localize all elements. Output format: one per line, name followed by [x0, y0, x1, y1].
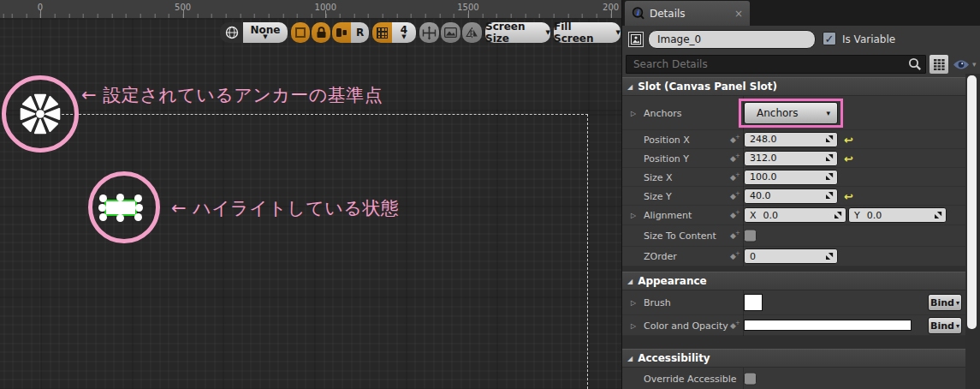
resize-handle-sw[interactable]: [99, 213, 107, 221]
preview-background-button[interactable]: [441, 22, 460, 43]
ruler-label: 200: [603, 3, 619, 12]
designer-canvas[interactable]: 050010001500200 None▼: [0, 0, 621, 389]
grid-snap-size-dropdown[interactable]: 4▼: [392, 22, 416, 43]
value-drag-icon[interactable]: [826, 154, 834, 162]
color-opacity-bar[interactable]: [744, 320, 912, 331]
override-accessible-label: Override Accessible Defa: [644, 373, 739, 384]
alignment-y-field[interactable]: Y 0.0: [848, 207, 947, 223]
resize-handle-s[interactable]: [116, 214, 124, 222]
brush-color-swatch[interactable]: [744, 294, 763, 311]
alignment-x-field[interactable]: X 0.0: [744, 207, 846, 223]
keyframe-icon[interactable]: ◆+: [730, 173, 741, 182]
highlight-annotation: ← ハイライトしている状態: [171, 196, 399, 220]
fill-screen-dropdown[interactable]: Fill Screen ▼: [554, 22, 621, 43]
anchor-medallion[interactable]: [17, 91, 63, 137]
r-toggle-button[interactable]: R: [351, 22, 369, 43]
keyframe-icon[interactable]: ◆+: [730, 192, 741, 200]
expander-icon[interactable]: ▷: [631, 212, 636, 219]
bind-label: Bind: [930, 297, 954, 308]
ruler-label: 1000: [315, 3, 336, 12]
section-header-appearance[interactable]: ◢ Appearance: [622, 272, 966, 290]
details-scrollbar[interactable]: [965, 74, 980, 389]
expander-icon[interactable]: ▷: [631, 110, 636, 117]
check-icon: ✓: [825, 33, 834, 45]
size-x-value: 100.0: [750, 171, 826, 183]
object-name-input[interactable]: [648, 30, 816, 49]
reset-to-default-button[interactable]: ↩: [844, 133, 853, 146]
is-variable-checkbox[interactable]: ✓: [823, 32, 836, 45]
ruler-label: 1500: [457, 3, 478, 12]
close-icon[interactable]: ×: [734, 8, 743, 20]
eye-icon: [953, 59, 970, 70]
resize-handle-ne[interactable]: [134, 194, 142, 202]
zorder-value: 0: [750, 251, 826, 262]
value-drag-icon[interactable]: [826, 253, 834, 260]
keyframe-icon[interactable]: ◆+: [730, 135, 741, 144]
value-drag-icon[interactable]: [826, 135, 834, 143]
lock-widgets-button[interactable]: [312, 22, 330, 43]
flip-preview-button[interactable]: [462, 22, 482, 43]
position-x-field[interactable]: 248.0: [744, 132, 838, 147]
details-info-icon: i: [632, 7, 644, 20]
chevron-down-icon: ▾: [972, 60, 977, 69]
design-area-outline: [40, 114, 588, 389]
value-drag-icon[interactable]: [834, 212, 842, 219]
scrollbar-thumb[interactable]: [967, 75, 977, 329]
size-to-content-checkbox[interactable]: [744, 230, 757, 242]
override-accessible-checkbox[interactable]: [744, 372, 757, 385]
size-x-field[interactable]: 100.0: [744, 170, 838, 185]
brush-bind-button[interactable]: Bind ▾: [928, 294, 962, 311]
property-matrix-button[interactable]: [930, 55, 948, 74]
value-drag-icon[interactable]: [826, 192, 834, 200]
view-options-button[interactable]: ▾: [953, 57, 978, 72]
keyframe-icon[interactable]: ◆+: [730, 231, 741, 240]
position-y-value: 312.0: [750, 153, 826, 164]
chevron-down-icon: ▼: [263, 35, 267, 39]
keyframe-icon[interactable]: ◆+: [730, 154, 741, 163]
resize-handle-n[interactable]: [116, 194, 124, 201]
color-bind-button[interactable]: Bind ▾: [928, 317, 962, 334]
resize-handle-e[interactable]: [135, 204, 143, 212]
search-details-input[interactable]: [626, 55, 926, 74]
resize-handle-nw[interactable]: [99, 194, 107, 202]
section-header-slot[interactable]: ◢ Slot (Canvas Panel Slot): [622, 77, 966, 96]
resize-handle-se[interactable]: [134, 213, 142, 221]
reset-to-default-button[interactable]: ↩: [844, 152, 853, 165]
screen-size-dropdown[interactable]: Screen Size ▼: [485, 22, 550, 43]
localization-dropdown[interactable]: None▼: [243, 22, 288, 43]
keyframe-icon[interactable]: ◆+: [730, 252, 741, 260]
designer-toolbar: None▼ R: [220, 22, 621, 43]
position-x-label: Position X: [644, 134, 690, 145]
expander-icon[interactable]: ▷: [631, 321, 636, 329]
transform-mode-button[interactable]: [419, 22, 439, 43]
chevron-down-icon: ▼: [401, 35, 406, 39]
resize-handle-w[interactable]: [98, 204, 106, 212]
details-tab[interactable]: i Details ×: [625, 1, 750, 26]
zorder-row: ZOrder ◆+ 0: [622, 247, 966, 266]
chevron-down-icon: ▼: [546, 31, 550, 35]
size-y-field[interactable]: 40.0: [744, 189, 838, 204]
value-drag-icon[interactable]: [935, 212, 942, 219]
keyframe-icon[interactable]: ◆+: [730, 211, 741, 219]
chevron-down-icon: ▾: [826, 109, 830, 117]
zorder-field[interactable]: 0: [744, 248, 838, 264]
move-crosshair-icon: [422, 26, 437, 40]
expander-icon[interactable]: ▷: [631, 299, 636, 307]
respect-locks-button[interactable]: [332, 22, 351, 43]
umg-designer-window: 050010001500200 None▼: [0, 0, 980, 389]
alignment-x-prefix: X: [750, 210, 757, 221]
lock-icon: [316, 27, 327, 39]
size-y-label: Size Y: [644, 190, 672, 201]
grid-snap-toggle-button[interactable]: [372, 22, 392, 43]
alignment-x-value: 0.0: [763, 210, 834, 221]
anchors-dropdown[interactable]: Anchors ▾: [744, 102, 838, 124]
tab-title: Details: [650, 8, 734, 20]
keyframe-icon[interactable]: ◆+: [730, 321, 741, 330]
position-y-field[interactable]: 312.0: [744, 151, 838, 166]
localization-preview-button[interactable]: [220, 22, 243, 43]
reset-to-default-button[interactable]: ↩: [844, 189, 853, 202]
section-header-accessibility[interactable]: ◢ Accessibility: [622, 349, 966, 368]
value-drag-icon[interactable]: [826, 173, 834, 181]
outline-toggle-button[interactable]: [291, 22, 310, 43]
alignment-label: Alignment: [644, 210, 692, 221]
